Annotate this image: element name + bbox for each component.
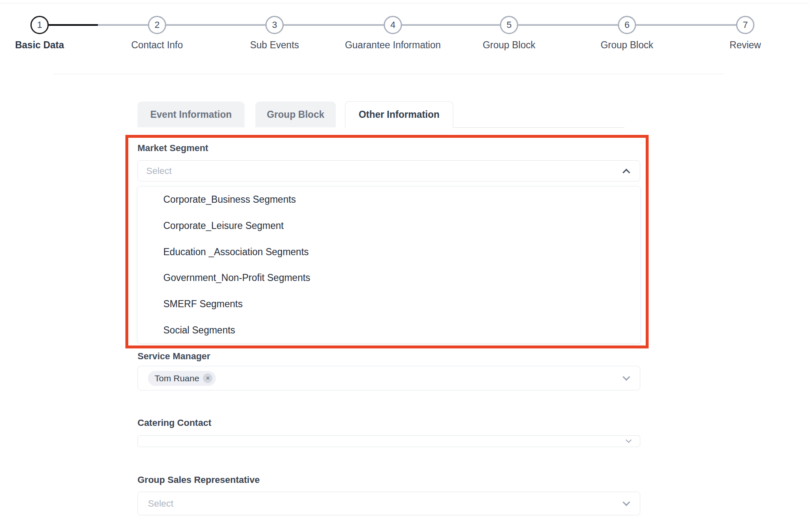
step-basic-data[interactable]: 1 Basic Data xyxy=(0,16,98,51)
step-number: 3 xyxy=(272,20,277,30)
dropdown-option-government-nonprofit[interactable]: Government_Non-Profit Segments xyxy=(137,265,640,291)
market-segment-placeholder: Select xyxy=(146,166,172,177)
step-group-block-2[interactable]: 6 Group Block xyxy=(569,16,685,51)
selected-tag: Tom Ruane ✕ xyxy=(148,371,216,386)
step-label: Contact Info xyxy=(99,40,215,51)
step-guarantee-information[interactable]: 4 Guarantee Information xyxy=(335,16,451,51)
market-segment-select[interactable]: Select xyxy=(137,160,640,181)
step-label: Group Block xyxy=(569,40,685,51)
selected-tag-text: Tom Ruane xyxy=(155,373,199,383)
chevron-down-icon xyxy=(626,437,632,443)
dropdown-option-social[interactable]: Social Segments xyxy=(137,317,640,343)
group-sales-representative-select[interactable]: Select xyxy=(137,492,640,515)
step-label: Basic Data xyxy=(0,40,98,51)
step-number-circle: 4 xyxy=(384,16,402,34)
group-sales-representative-label: Group Sales Representative xyxy=(137,475,260,485)
step-number-circle: 5 xyxy=(500,16,518,34)
service-manager-select[interactable]: Tom Ruane ✕ xyxy=(137,366,640,390)
step-number-circle: 2 xyxy=(148,16,166,34)
service-manager-label: Service Manager xyxy=(137,351,210,362)
remove-tag-icon[interactable]: ✕ xyxy=(203,373,212,383)
chevron-down-icon xyxy=(622,498,630,506)
dropdown-option-education-association[interactable]: Education _Association Segments xyxy=(137,239,640,265)
tab-label: Event Information xyxy=(150,109,232,120)
top-divider xyxy=(0,3,809,3)
tab-other-information[interactable]: Other Information xyxy=(345,101,453,128)
step-label: Review xyxy=(687,40,804,51)
stepper-bottom-divider xyxy=(53,74,724,74)
step-number: 6 xyxy=(624,20,629,30)
market-segment-dropdown: Corporate_Business Segments Corporate_Le… xyxy=(137,186,641,344)
step-number: 5 xyxy=(507,20,512,30)
tab-label: Other Information xyxy=(359,109,439,120)
step-number-circle: 1 xyxy=(30,16,49,34)
step-label: Group Block xyxy=(451,40,567,51)
step-number-circle: 3 xyxy=(265,16,284,34)
catering-contact-select[interactable] xyxy=(137,435,640,447)
chevron-down-icon xyxy=(622,373,630,380)
group-sales-representative-placeholder: Select xyxy=(148,498,173,509)
tab-strip-line xyxy=(453,127,624,128)
catering-contact-label: Catering Contact xyxy=(137,418,211,428)
step-review[interactable]: 7 Review xyxy=(687,16,804,51)
step-number-circle: 6 xyxy=(618,16,636,34)
chevron-up-icon xyxy=(622,169,630,176)
dropdown-option-corporate-leisure[interactable]: Corporate_Leisure Segment xyxy=(137,213,640,239)
step-label: Sub Events xyxy=(216,40,333,51)
step-label: Guarantee Information xyxy=(335,40,451,51)
tab-group-block[interactable]: Group Block xyxy=(255,102,336,127)
step-number: 4 xyxy=(390,20,395,30)
step-number-circle: 7 xyxy=(736,16,754,34)
market-segment-label: Market Segment xyxy=(137,143,208,154)
step-contact-info[interactable]: 2 Contact Info xyxy=(99,16,215,51)
dropdown-option-smerf[interactable]: SMERF Segments xyxy=(137,291,640,317)
step-sub-events[interactable]: 3 Sub Events xyxy=(216,16,333,51)
step-number: 2 xyxy=(155,20,160,30)
step-number: 1 xyxy=(37,20,42,30)
tab-event-information[interactable]: Event Information xyxy=(137,102,245,127)
step-group-block-1[interactable]: 5 Group Block xyxy=(451,16,567,51)
tab-label: Group Block xyxy=(267,109,324,120)
step-number: 7 xyxy=(743,20,748,30)
dropdown-option-corporate-business[interactable]: Corporate_Business Segments xyxy=(137,186,640,213)
